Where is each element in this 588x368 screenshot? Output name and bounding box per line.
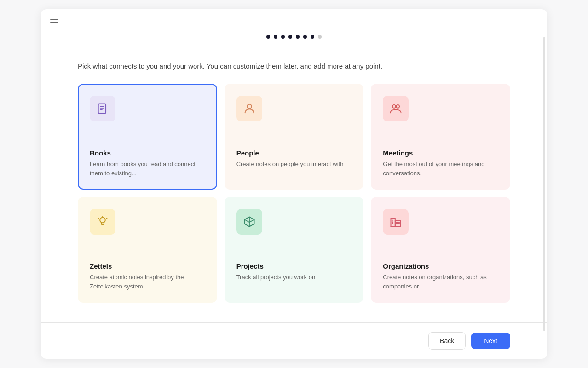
zettels-title: Zettels <box>90 262 205 270</box>
meetings-icon-wrapper <box>383 96 409 121</box>
card-books[interactable]: Books Learn from books you read and conn… <box>78 84 217 190</box>
projects-title: Projects <box>236 262 352 270</box>
footer: Back Next <box>41 322 547 359</box>
person-icon <box>243 102 256 115</box>
back-button[interactable]: Back <box>428 332 466 350</box>
people-icon-wrapper <box>236 96 262 121</box>
scrollbar[interactable] <box>543 37 545 331</box>
meetings-desc: Get the most out of your meetings and co… <box>383 160 498 178</box>
books-icon-wrapper <box>90 96 115 121</box>
svg-point-5 <box>392 105 396 108</box>
card-grid: Books Learn from books you read and conn… <box>78 84 510 303</box>
organizations-icon-wrapper <box>383 209 409 235</box>
subtitle-text: Pick what connects to you and your work.… <box>78 62 510 70</box>
svg-point-4 <box>247 104 251 109</box>
main-window: Pick what connects to you and your work.… <box>41 9 547 359</box>
projects-icon-wrapper <box>236 209 262 235</box>
svg-line-11 <box>106 218 107 218</box>
svg-point-7 <box>100 218 105 223</box>
svg-rect-16 <box>392 222 393 223</box>
svg-rect-17 <box>396 222 397 223</box>
svg-rect-18 <box>398 222 399 223</box>
svg-rect-15 <box>392 220 393 221</box>
zettels-desc: Create atomic notes inspired by the Zett… <box>90 273 205 291</box>
box-icon <box>243 215 256 228</box>
bulb-icon <box>96 215 109 228</box>
content-area: Pick what connects to you and your work.… <box>41 30 547 322</box>
divider-top <box>78 48 510 48</box>
projects-desc: Track all projects you work on <box>236 273 352 282</box>
top-bar <box>41 9 547 30</box>
dot-5 <box>296 35 300 39</box>
dot-7 <box>311 35 314 39</box>
people-desc: Create notes on people you interact with <box>236 160 352 169</box>
card-people[interactable]: People Create notes on people you intera… <box>225 84 364 190</box>
card-organizations[interactable]: Organizations Create notes on organizati… <box>371 197 510 303</box>
people-title: People <box>236 149 352 157</box>
next-button[interactable]: Next <box>471 333 510 349</box>
dot-2 <box>274 35 277 39</box>
dot-8 <box>318 35 322 39</box>
dot-6 <box>303 35 307 39</box>
svg-line-10 <box>98 218 99 218</box>
dot-4 <box>288 35 292 39</box>
meetings-title: Meetings <box>383 149 498 157</box>
svg-rect-0 <box>98 104 106 114</box>
progress-dots <box>266 35 322 39</box>
dot-1 <box>266 35 270 39</box>
card-zettels[interactable]: Zettels Create atomic notes inspired by … <box>78 197 217 303</box>
organizations-desc: Create notes on organizations, such as c… <box>383 273 498 291</box>
card-projects[interactable]: Projects Track all projects you work on <box>225 197 364 303</box>
menu-icon[interactable] <box>50 17 58 23</box>
books-title: Books <box>90 149 205 157</box>
dot-3 <box>281 35 285 39</box>
meetings-icon <box>389 102 402 115</box>
building-icon <box>389 215 402 228</box>
zettels-icon-wrapper <box>90 209 115 235</box>
card-meetings[interactable]: Meetings Get the most out of your meetin… <box>371 84 510 190</box>
svg-point-6 <box>396 105 399 108</box>
books-desc: Learn from books you read and connect th… <box>90 160 205 178</box>
book-icon <box>96 102 109 115</box>
organizations-title: Organizations <box>383 262 498 270</box>
